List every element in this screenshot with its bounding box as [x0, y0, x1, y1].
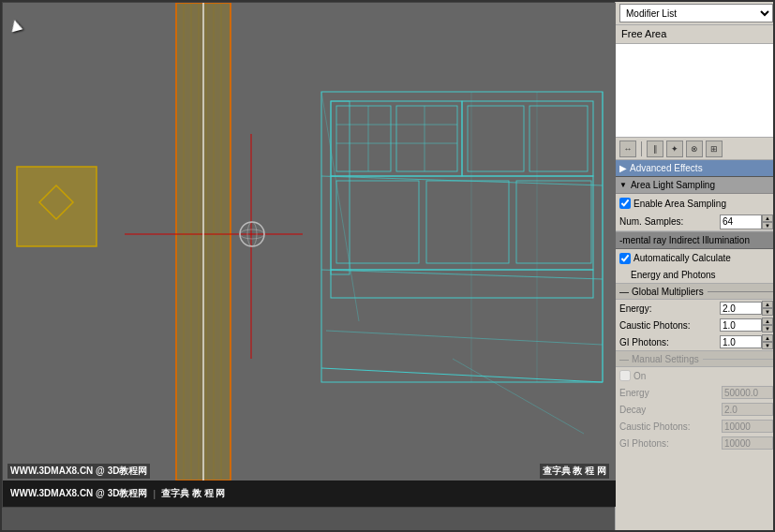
svg-rect-21 — [331, 176, 593, 270]
num-samples-down[interactable]: ▼ — [762, 222, 773, 229]
decay-row: Decay — [616, 401, 775, 418]
advanced-section-bar[interactable]: ▶ Advanced Effects — [616, 160, 775, 177]
viewport[interactable]: WWW.3DMAX8.CN @ 3D教程网 查字典 教 程 网 WWW.3DMA… — [2, 2, 615, 508]
energy-input[interactable] — [720, 302, 762, 315]
app-container: WWW.3DMAX8.CN @ 3D教程网 查字典 教 程 网 WWW.3DMA… — [0, 0, 775, 532]
manual-on-label: On — [633, 371, 646, 381]
manual-on-checkbox[interactable] — [619, 370, 631, 381]
bottom-bar-right: 查字典 教 程 网 — [161, 487, 225, 500]
caustic-photons-row: Caustic Photons: ▲ ▼ — [616, 317, 775, 333]
auto-calc-row: Automatically Calculate — [616, 249, 775, 266]
watermark-right: 查字典 教 程 网 — [540, 464, 609, 479]
svg-line-42 — [321, 270, 603, 279]
icon-toolbar: ↔ ∥ ✦ ⊗ ⊞ — [616, 138, 775, 160]
gi-photons-input[interactable] — [720, 335, 762, 348]
gm-dash: — — [619, 287, 629, 297]
num-samples-spinners: ▲ ▼ — [762, 214, 773, 229]
svg-rect-17 — [321, 92, 603, 382]
caustic-photons-input[interactable] — [720, 318, 762, 332]
energy-spinners: ▲ ▼ — [762, 301, 773, 316]
caustic-up[interactable]: ▲ — [762, 318, 773, 325]
advanced-section-label: Advanced Effects — [630, 163, 703, 173]
svg-line-35 — [321, 92, 359, 321]
toolbar-btn-2[interactable]: ∥ — [647, 140, 663, 157]
decay-label: Decay — [619, 405, 722, 415]
decay-input — [722, 403, 773, 416]
svg-rect-26 — [331, 270, 593, 298]
modifier-list-row: Modifier List — [616, 2, 775, 25]
svg-rect-19 — [336, 106, 391, 171]
energy-down[interactable]: ▼ — [762, 308, 773, 316]
energy-up[interactable]: ▲ — [762, 301, 773, 308]
manual-settings-header: — Manual Settings — [616, 350, 775, 367]
svg-marker-2 — [39, 185, 73, 219]
gi-spinners: ▲ ▼ — [762, 334, 773, 349]
svg-line-43 — [453, 359, 584, 434]
area-light-sampling-section: ▼ Area Light Sampling Enable Area Sampli… — [616, 177, 775, 232]
energy-photons-label: Energy and Photons — [631, 270, 716, 280]
bottom-bar: WWW.3DMAX8.CN @ 3D教程网 | 查字典 教 程 网 — [3, 480, 616, 507]
caustic-down[interactable]: ▼ — [762, 325, 773, 332]
gi-photons-row: GI Photons: ▲ ▼ — [616, 333, 775, 350]
ms-dash: — — [619, 354, 629, 364]
toolbar-btn-4[interactable]: ⊗ — [686, 140, 703, 157]
num-samples-label: Num. Samples: — [619, 216, 720, 227]
advanced-section-arrow: ▶ — [619, 163, 627, 173]
svg-point-14 — [240, 229, 264, 239]
enable-area-sampling-checkbox[interactable] — [619, 198, 631, 209]
area-light-sampling-header[interactable]: ▼ Area Light Sampling — [616, 177, 775, 194]
toolbar-btn-3[interactable]: ✦ — [666, 140, 683, 157]
manual-energy-label: Energy — [619, 388, 722, 398]
energy-photons-row: Energy and Photons — [616, 266, 775, 283]
mental-ray-header[interactable]: -mental ray Indirect Illumination — [616, 232, 775, 249]
right-panel: Modifier List Free Area ↔ ∥ ✦ ⊗ ⊞ ▶ Adva… — [615, 2, 775, 532]
enable-area-sampling-label[interactable]: Enable Area Sampling — [619, 198, 726, 209]
modifier-stack-area[interactable] — [616, 44, 775, 138]
svg-rect-10 — [176, 3, 231, 480]
gm-line — [708, 291, 773, 292]
toolbar-btn-1[interactable]: ↔ — [619, 140, 636, 157]
manual-gi-input — [722, 436, 773, 450]
svg-point-13 — [240, 222, 264, 246]
svg-rect-22 — [336, 181, 419, 263]
mental-ray-header-label: -mental ray Indirect Illumination — [619, 235, 750, 245]
svg-rect-24 — [516, 181, 591, 263]
free-area-label: Free Area — [616, 25, 775, 44]
num-samples-input[interactable] — [720, 214, 762, 229]
gi-down[interactable]: ▼ — [762, 342, 773, 349]
auto-calc-checkbox[interactable] — [619, 253, 631, 264]
svg-rect-20 — [396, 106, 457, 171]
svg-rect-33 — [468, 106, 524, 171]
toolbar-sep-1 — [641, 141, 642, 156]
gi-up[interactable]: ▲ — [762, 334, 773, 342]
caustic-spinners: ▲ ▼ — [762, 318, 773, 332]
svg-rect-34 — [529, 106, 588, 171]
manual-energy-input — [722, 386, 773, 399]
bottom-bar-left: WWW.3DMAX8.CN @ 3D教程网 — [10, 487, 147, 500]
manual-gi-row: GI Photons: — [616, 435, 775, 451]
svg-rect-1 — [17, 167, 97, 246]
svg-rect-23 — [426, 181, 509, 263]
modifier-list-dropdown[interactable]: Modifier List — [619, 4, 773, 22]
manual-caustic-row: Caustic Photons: — [616, 418, 775, 435]
manual-caustic-input — [722, 420, 773, 433]
cursor-icon — [9, 19, 23, 33]
svg-rect-25 — [331, 101, 350, 274]
energy-label: Energy: — [619, 303, 720, 314]
main-layout: WWW.3DMAX8.CN @ 3D教程网 查字典 教 程 网 WWW.3DMA… — [2, 2, 775, 532]
svg-line-37 — [321, 368, 603, 382]
als-header-label: Area Light Sampling — [631, 180, 715, 190]
als-arrow-icon: ▼ — [619, 181, 627, 189]
svg-point-15 — [247, 222, 257, 246]
svg-line-41 — [321, 176, 603, 185]
mental-ray-section: -mental ray Indirect Illumination Automa… — [616, 232, 775, 451]
energy-row: Energy: ▲ ▼ — [616, 300, 775, 317]
num-samples-input-wrap: ▲ ▼ — [720, 214, 773, 229]
ms-line — [703, 359, 773, 360]
svg-rect-32 — [462, 101, 593, 176]
enable-area-sampling-row: Enable Area Sampling — [616, 194, 775, 213]
toolbar-btn-5[interactable]: ⊞ — [706, 140, 723, 157]
gi-photons-label: GI Photons: — [619, 337, 720, 347]
num-samples-up[interactable]: ▲ — [762, 214, 773, 222]
enable-area-sampling-text: Enable Area Sampling — [633, 199, 726, 209]
